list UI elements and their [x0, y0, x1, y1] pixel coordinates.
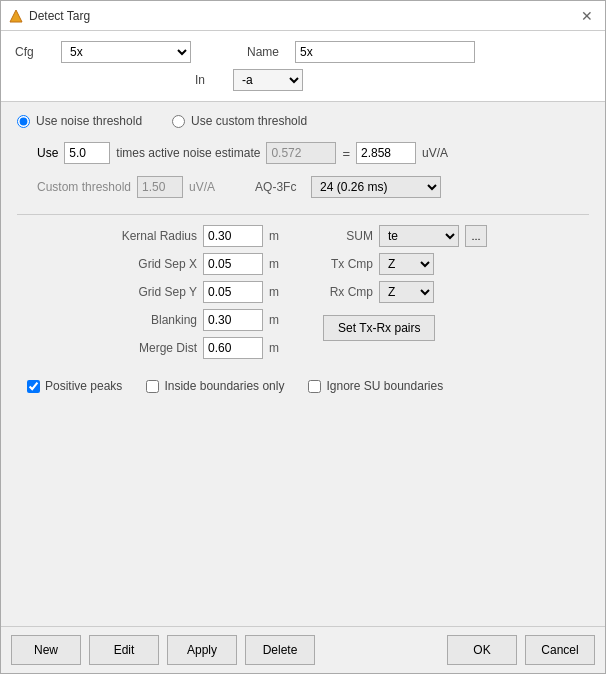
inside-boundaries-label[interactable]: Inside boundaries only — [164, 379, 284, 393]
cancel-button[interactable]: Cancel — [525, 635, 595, 665]
tx-cmp-select[interactable]: Z — [379, 253, 434, 275]
divider-1 — [17, 214, 589, 215]
ignore-su-checkbox[interactable] — [308, 380, 321, 393]
noise-threshold-label[interactable]: Use noise threshold — [36, 114, 142, 128]
apply-button[interactable]: Apply — [167, 635, 237, 665]
rx-cmp-label: Rx Cmp — [323, 285, 373, 299]
grid-sep-y-input[interactable] — [203, 281, 263, 303]
new-button[interactable]: New — [11, 635, 81, 665]
custom-threshold-row: Custom threshold uV/A AQ-3Fc 24 (0.26 ms… — [37, 176, 589, 198]
positive-peaks-label[interactable]: Positive peaks — [45, 379, 122, 393]
inside-boundaries-checkbox[interactable] — [146, 380, 159, 393]
grid-sep-x-row: Grid Sep X m — [17, 253, 283, 275]
cfg-name-row: Cfg 5x Name — [15, 41, 591, 63]
checkboxes-row: Positive peaks Inside boundaries only Ig… — [27, 379, 589, 393]
top-section: Cfg 5x Name In -a — [1, 31, 605, 102]
custom-threshold-label[interactable]: Use custom threshold — [191, 114, 307, 128]
merge-dist-label: Merge Dist — [117, 341, 197, 355]
blanking-input[interactable] — [203, 309, 263, 331]
grid-sep-y-row: Grid Sep Y m — [17, 281, 283, 303]
window-title: Detect Targ — [29, 9, 90, 23]
ok-button[interactable]: OK — [447, 635, 517, 665]
blanking-unit: m — [269, 313, 283, 327]
rx-cmp-select[interactable]: Z — [379, 281, 434, 303]
aq-label: AQ-3Fc — [255, 180, 303, 194]
positive-peaks-checkbox[interactable] — [27, 380, 40, 393]
params-left: Kernal Radius m Grid Sep X m Grid Sep Y … — [17, 225, 283, 365]
times-label: times active noise estimate — [116, 146, 260, 160]
rx-cmp-row: Rx Cmp Z — [323, 281, 589, 303]
equals-sign: = — [342, 146, 350, 161]
custom-left: Custom threshold uV/A — [37, 176, 215, 198]
noise-estimate-row: Use times active noise estimate = uV/A — [37, 142, 589, 164]
in-select[interactable]: -a — [233, 69, 303, 91]
name-input[interactable] — [295, 41, 475, 63]
params-right: SUM te ... Tx Cmp Z Rx Cmp Z — [303, 225, 589, 365]
merge-dist-unit: m — [269, 341, 283, 355]
aq-select[interactable]: 24 (0.26 ms) — [311, 176, 441, 198]
custom-threshold-group: Use custom threshold — [172, 114, 307, 128]
sum-ellipsis-button[interactable]: ... — [465, 225, 487, 247]
footer: New Edit Apply Delete OK Cancel — [1, 626, 605, 673]
grid-sep-y-unit: m — [269, 285, 283, 299]
estimate-input — [266, 142, 336, 164]
edit-button[interactable]: Edit — [89, 635, 159, 665]
custom-unit: uV/A — [189, 180, 215, 194]
kernal-radius-input[interactable] — [203, 225, 263, 247]
set-btn-row: Set Tx-Rx pairs — [323, 309, 589, 341]
sum-row: SUM te ... — [323, 225, 589, 247]
name-label: Name — [247, 45, 279, 59]
title-bar: Detect Targ ✕ — [1, 1, 605, 31]
svg-marker-0 — [10, 10, 22, 22]
noise-threshold-group: Use noise threshold — [17, 114, 142, 128]
app-icon — [9, 9, 23, 23]
cfg-label: Cfg — [15, 45, 45, 59]
grid-sep-y-label: Grid Sep Y — [117, 285, 197, 299]
delete-button[interactable]: Delete — [245, 635, 315, 665]
kernal-radius-label: Kernal Radius — [117, 229, 197, 243]
custom-threshold-radio[interactable] — [172, 115, 185, 128]
kernal-radius-row: Kernal Radius m — [17, 225, 283, 247]
kernal-radius-unit: m — [269, 229, 283, 243]
use-label: Use — [37, 146, 58, 160]
merge-dist-row: Merge Dist m — [17, 337, 283, 359]
unit-label: uV/A — [422, 146, 448, 160]
custom-value-input[interactable] — [137, 176, 183, 198]
threshold-row: Use noise threshold Use custom threshold — [17, 114, 589, 128]
blanking-row: Blanking m — [17, 309, 283, 331]
grid-sep-x-input[interactable] — [203, 253, 263, 275]
tx-cmp-label: Tx Cmp — [323, 257, 373, 271]
ignore-su-group: Ignore SU boundaries — [308, 379, 443, 393]
grid-sep-x-unit: m — [269, 257, 283, 271]
main-content: Use noise threshold Use custom threshold… — [1, 102, 605, 626]
positive-peaks-group: Positive peaks — [27, 379, 122, 393]
blanking-label: Blanking — [117, 313, 197, 327]
sum-select[interactable]: te — [379, 225, 459, 247]
close-button[interactable]: ✕ — [577, 6, 597, 26]
merge-dist-input[interactable] — [203, 337, 263, 359]
custom-label: Custom threshold — [37, 180, 131, 194]
tx-cmp-row: Tx Cmp Z — [323, 253, 589, 275]
params-section: Kernal Radius m Grid Sep X m Grid Sep Y … — [17, 225, 589, 365]
result-input — [356, 142, 416, 164]
noise-threshold-radio[interactable] — [17, 115, 30, 128]
ignore-su-label[interactable]: Ignore SU boundaries — [326, 379, 443, 393]
inside-boundaries-group: Inside boundaries only — [146, 379, 284, 393]
cfg-select[interactable]: 5x — [61, 41, 191, 63]
in-label: In — [195, 73, 225, 87]
use-value-input[interactable] — [64, 142, 110, 164]
grid-sep-x-label: Grid Sep X — [117, 257, 197, 271]
sum-label: SUM — [323, 229, 373, 243]
in-row: In -a — [195, 69, 591, 91]
main-window: Detect Targ ✕ Cfg 5x Name In -a Use nois… — [0, 0, 606, 674]
set-tx-rx-button[interactable]: Set Tx-Rx pairs — [323, 315, 435, 341]
custom-right: AQ-3Fc 24 (0.26 ms) — [255, 176, 441, 198]
title-bar-left: Detect Targ — [9, 9, 90, 23]
